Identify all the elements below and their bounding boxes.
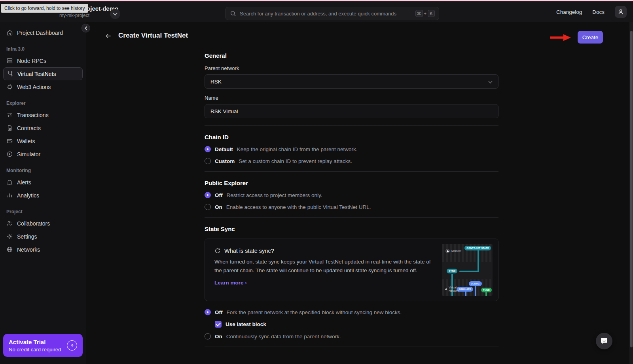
sidebar-item-simulator[interactable]: Simulator (0, 148, 86, 161)
sidebar-item-wallets[interactable]: Wallets (0, 135, 86, 148)
trial-title: Activate Trial (9, 339, 67, 345)
sidebar-item-analytics[interactable]: Analytics (0, 189, 86, 202)
create-button[interactable]: Create (578, 31, 603, 44)
sidebar-item-networks[interactable]: Networks (0, 243, 86, 256)
project-subtitle: my-rsk-project (59, 13, 86, 18)
sidebar-item-virtual-testnets[interactable]: Virtual TestNets (3, 67, 83, 80)
sidebar-item-web3-actions[interactable]: Web3 Actions (0, 80, 86, 93)
sidebar-section-monitoring: Monitoring (0, 161, 86, 176)
state-sync-info-body: When turned on, state sync keeps your Vi… (214, 258, 438, 275)
topbar: my-rsk-project-demo my-rsk-project ⌘ + K… (0, 2, 633, 22)
sidebar-item-transactions[interactable]: Transactions (0, 108, 86, 121)
changelog-link[interactable]: Changelog (556, 9, 582, 15)
people-icon (6, 220, 13, 227)
radio-unselected-icon[interactable] (205, 204, 211, 210)
virtual-testnets-icon (7, 70, 13, 77)
user-icon (617, 8, 624, 15)
global-search[interactable]: ⌘ + K (226, 7, 439, 20)
radio-unselected-icon[interactable] (205, 158, 211, 164)
radio-selected-icon[interactable] (205, 309, 211, 315)
virtual-network-label: Virtual Network (445, 286, 461, 293)
sidebar-item-label: Node RPCs (17, 58, 46, 64)
radio-label: Custom (215, 158, 235, 164)
sidebar-item-label: Web3 Actions (17, 84, 51, 90)
learn-more-link[interactable]: Learn more › (214, 280, 247, 286)
radio-selected-icon[interactable] (205, 146, 211, 152)
state-sync-option-off[interactable]: Off Fork the parent network at the speci… (205, 309, 498, 315)
radio-description: Continuously sync data from the parent n… (226, 334, 341, 339)
mainnet-label: Mainnet (445, 249, 461, 253)
sidebar-item-settings[interactable]: Settings (0, 230, 86, 243)
fund-badge: FUND (481, 288, 492, 292)
sidebar-item-label: Project Dashboard (17, 30, 63, 36)
trial-subtitle: No credit card required (9, 347, 67, 353)
sidebar-section-explorer: Explorer (0, 93, 86, 108)
sidebar-item-label: Collaborators (17, 220, 50, 227)
public-explorer-option-off[interactable]: Off Restrict access to project members o… (205, 192, 498, 198)
create-testnet-form: General Parent network RSK Name Chain ID… (205, 52, 498, 347)
sidebar-item-alerts[interactable]: Alerts (0, 176, 86, 189)
chip-icon (6, 83, 13, 90)
contract-state-badge: CONTRACT STATE (464, 246, 491, 250)
docs-link[interactable]: Docs (592, 9, 605, 15)
user-menu-button[interactable] (615, 6, 627, 18)
chain-id-option-custom[interactable]: Custom Set a custom chain ID to prevent … (205, 158, 498, 164)
page-title: Create Virtual TestNet (118, 32, 188, 40)
sidebar-collapse-button[interactable] (81, 24, 90, 32)
sidebar-item-label: Networks (17, 246, 40, 253)
sync-icon (214, 248, 221, 254)
parent-network-value: RSK (210, 79, 222, 85)
sidebar-item-collaborators[interactable]: Collaborators (0, 217, 86, 230)
checkbox-checked-icon[interactable] (215, 321, 222, 328)
radio-label: Off (215, 309, 223, 315)
activate-trial-banner[interactable]: Activate Trial No credit card required (3, 334, 83, 357)
radio-description: Keep the original chain ID from the pare… (237, 146, 358, 152)
sidebar-item-label: Contracts (17, 125, 41, 131)
sidebar-item-label: Alerts (17, 179, 31, 186)
globe-icon (6, 246, 13, 253)
parent-network-select[interactable]: RSK (205, 74, 498, 89)
radio-description: Restrict access to project members only. (227, 192, 322, 198)
sidebar-item-contracts[interactable]: Contracts (0, 121, 86, 135)
radio-selected-icon[interactable] (205, 192, 211, 198)
back-button[interactable] (105, 32, 112, 41)
sidebar-section-infra: Infra 3.0 (0, 39, 86, 54)
state-sync-info-card: What is state sync? When turned on, stat… (205, 239, 498, 301)
state-sync-info-title: What is state sync? (224, 248, 274, 254)
home-icon (6, 29, 13, 36)
page-header: Create Virtual TestNet Create (87, 22, 629, 44)
sidebar-item-project-dashboard[interactable]: Project Dashboard (0, 26, 86, 39)
public-explorer-heading: Public Explorer (205, 180, 498, 186)
project-dropdown-button[interactable] (110, 9, 120, 19)
state-sync-option-on[interactable]: On Continuously sync data from the paren… (205, 333, 498, 339)
radio-label: Off (215, 192, 223, 198)
radio-label: On (215, 204, 222, 210)
divider (205, 217, 498, 218)
scrollbar-thumb[interactable] (630, 31, 633, 347)
topbar-right: Changelog Docs (556, 2, 627, 22)
sidebar-item-label: Settings (17, 233, 37, 240)
search-input[interactable] (240, 11, 415, 17)
parent-network-label: Parent network (205, 65, 498, 71)
scrollbar[interactable] (629, 22, 633, 364)
arrow-left-icon (105, 32, 112, 40)
use-latest-block-row[interactable]: Use latest block (215, 321, 498, 328)
debug-badge: DEBUG (469, 281, 482, 286)
chat-bubble-icon (600, 337, 608, 345)
chain-id-option-default[interactable]: Default Keep the original chain ID from … (205, 146, 498, 152)
public-explorer-option-on[interactable]: On Enable access to anyone with the publ… (205, 204, 498, 210)
radio-description: Set a custom chain ID to prevent replay … (239, 158, 352, 164)
arrow-up-circle-icon (67, 340, 77, 351)
chat-launcher-button[interactable] (596, 333, 612, 349)
name-input[interactable] (210, 108, 493, 114)
wallet-icon (6, 138, 13, 144)
sidebar-item-node-rpcs[interactable]: Node RPCs (0, 54, 86, 67)
contract-file-icon (6, 125, 13, 131)
shortcut-k-key: K (428, 10, 435, 17)
shortcut-cmd-key: ⌘ (415, 10, 423, 17)
sidebar-section-project: Project (0, 202, 86, 217)
divider (205, 125, 498, 126)
transactions-icon (6, 112, 13, 118)
radio-unselected-icon[interactable] (205, 333, 211, 339)
sidebar-item-label: Transactions (17, 112, 49, 118)
